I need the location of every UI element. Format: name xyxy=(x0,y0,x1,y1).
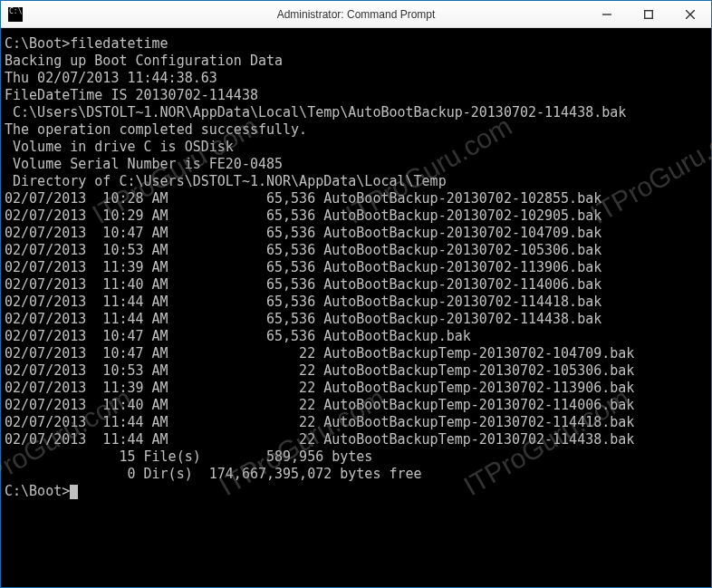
prompt-line: C:\Boot>filedatetime xyxy=(5,35,707,53)
cmd-window: Administrator: Command Prompt C:\Boot>fi… xyxy=(0,0,712,588)
prompt-line: C:\Boot> xyxy=(5,483,707,500)
file-row: 02/07/2013 10:29 AM 65,536 AutoBootBacku… xyxy=(5,207,707,225)
prompt-text: C:\Boot> xyxy=(5,483,70,499)
output-line: FileDateTime IS 20130702-114438 xyxy=(5,87,707,104)
file-row: 02/07/2013 10:53 AM 65,536 AutoBootBacku… xyxy=(5,242,707,259)
file-row: 02/07/2013 10:53 AM 22 AutoBootBackupTem… xyxy=(5,362,707,380)
maximize-button[interactable] xyxy=(628,1,669,27)
terminal-output[interactable]: C:\Boot>filedatetimeBacking up Boot Conf… xyxy=(1,28,711,587)
file-row: 02/07/2013 10:47 AM 65,536 AutoBootBacku… xyxy=(5,328,707,345)
output-line: The operation completed successfully. xyxy=(5,121,707,139)
file-row: 02/07/2013 10:47 AM 22 AutoBootBackupTem… xyxy=(5,345,707,362)
output-line: Volume Serial Number is FE20-0485 xyxy=(5,156,707,173)
file-row: 02/07/2013 11:44 AM 65,536 AutoBootBacku… xyxy=(5,294,707,311)
file-row: 02/07/2013 11:39 AM 22 AutoBootBackupTem… xyxy=(5,380,707,397)
output-line: Thu 02/07/2013 11:44:38.63 xyxy=(5,70,707,87)
file-row: 02/07/2013 11:44 AM 65,536 AutoBootBacku… xyxy=(5,311,707,328)
file-row: 02/07/2013 11:40 AM 65,536 AutoBootBacku… xyxy=(5,276,707,294)
file-row: 02/07/2013 11:44 AM 22 AutoBootBackupTem… xyxy=(5,414,707,431)
close-button[interactable] xyxy=(669,1,711,27)
svg-rect-1 xyxy=(645,10,653,18)
file-row: 02/07/2013 11:40 AM 22 AutoBootBackupTem… xyxy=(5,397,707,414)
cursor xyxy=(70,485,78,499)
output-line: C:\Users\DSTOLT~1.NOR\AppData\Local\Temp… xyxy=(5,104,707,121)
summary-line: 0 Dir(s) 174,667,395,072 bytes free xyxy=(5,466,707,483)
window-controls xyxy=(586,1,711,27)
minimize-button[interactable] xyxy=(586,1,628,27)
file-row: 02/07/2013 11:39 AM 65,536 AutoBootBacku… xyxy=(5,259,707,276)
output-line: Volume in drive C is OSDisk xyxy=(5,139,707,156)
file-row: 02/07/2013 10:28 AM 65,536 AutoBootBacku… xyxy=(5,190,707,207)
output-line: Backing up Boot Configuration Data xyxy=(5,53,707,70)
titlebar[interactable]: Administrator: Command Prompt xyxy=(1,1,711,28)
file-row: 02/07/2013 11:44 AM 22 AutoBootBackupTem… xyxy=(5,431,707,448)
file-row: 02/07/2013 10:47 AM 65,536 AutoBootBacku… xyxy=(5,225,707,242)
cmd-icon xyxy=(8,7,23,22)
summary-line: 15 File(s) 589,956 bytes xyxy=(5,448,707,466)
output-line: Directory of C:\Users\DSTOLT~1.NOR\AppDa… xyxy=(5,173,707,190)
